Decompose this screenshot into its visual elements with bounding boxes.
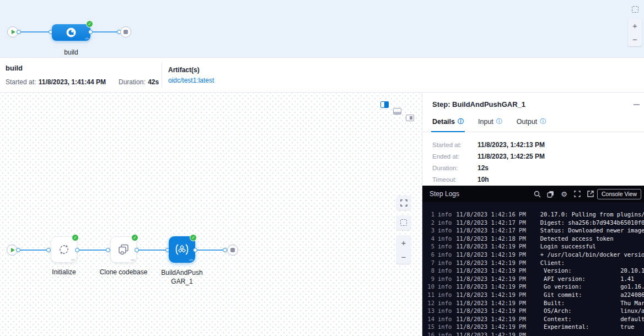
log-timestamp: 11/8/2023 1:42:19 PM: [456, 315, 525, 323]
code-glyph-icon: </>: [131, 258, 135, 262]
graph-link: [79, 250, 107, 251]
copy-logs-button[interactable]: [544, 188, 557, 200]
tab-label: Input: [478, 118, 493, 126]
step-panel-title: Step: BuildAndPushGAR_1: [432, 100, 525, 109]
log-message: OS/Arch: linux/amd64: [540, 307, 644, 315]
ci-stage-icon: [66, 27, 77, 38]
artifact-link[interactable]: oidc/test1:latest: [168, 77, 214, 84]
log-line-number: 9: [426, 275, 434, 283]
selection-mode-button[interactable]: [629, 3, 641, 15]
log-level: info: [438, 331, 452, 336]
selection-mode-button[interactable]: [396, 215, 411, 230]
info-icon: ⓘ: [540, 118, 546, 124]
log-line-number: 10: [426, 283, 434, 291]
zoom-in-button[interactable]: +: [396, 235, 411, 250]
fullscreen-icon: [400, 199, 407, 207]
zoom-in-button[interactable]: +: [628, 19, 642, 32]
dashed-square-icon: [400, 219, 407, 226]
execution-graph-canvas[interactable]: ✓ </> ✓ </> ✓ </> Initialize Clone codeb…: [0, 93, 422, 336]
stage-node-build[interactable]: ✓ </>: [52, 24, 90, 41]
detail-value: 11/8/2023, 1:42:25 PM: [477, 153, 545, 160]
minimize-panel-button[interactable]: [634, 104, 640, 105]
step-logs-body[interactable]: 1 info 11/8/2023 1:42:16 PM 20.17.0: Pul…: [422, 202, 644, 336]
log-line: 12 info 11/8/2023 1:42:19 PM Built: Thu …: [426, 299, 644, 307]
detail-label: Started at:: [432, 142, 477, 148]
zoom-control: + −: [396, 235, 411, 264]
gar-plugin-icon: [174, 242, 190, 257]
link-port: [106, 248, 110, 252]
expand-logs-button[interactable]: [571, 188, 584, 200]
log-timestamp: 11/8/2023 1:42:19 PM: [456, 242, 525, 251]
tab-details[interactable]: Details ⓘ: [432, 116, 464, 132]
zoom-out-button[interactable]: −: [396, 250, 411, 264]
stop-icon: [230, 248, 235, 252]
log-level: info: [438, 226, 452, 235]
log-level: info: [438, 291, 452, 299]
detail-value: 12s: [477, 164, 489, 172]
log-level: info: [438, 210, 452, 219]
detail-label: Duration:: [432, 165, 477, 171]
success-badge: ✓: [131, 234, 138, 241]
log-message: Version: 20.10.14: [540, 267, 644, 275]
search-logs-button[interactable]: [531, 188, 544, 200]
log-level: info: [438, 307, 452, 315]
stop-icon: [124, 30, 128, 34]
log-timestamp: 11/8/2023 1:42:16 PM: [456, 210, 525, 219]
graph-link: [197, 250, 224, 251]
step-node-initialize[interactable]: ✓ </>: [51, 236, 77, 263]
layout-right-button[interactable]: [406, 115, 414, 121]
log-line: 9 info 11/8/2023 1:42:19 PM API version:…: [426, 275, 644, 283]
step-logs-header: Step Logs ⚙: [422, 186, 644, 202]
layout-fill: [410, 116, 412, 120]
zoom-out-button[interactable]: −: [628, 32, 642, 46]
log-message: + /usr/local/bin/docker version: [540, 251, 644, 259]
success-badge: ✓: [86, 20, 93, 28]
log-message: 20.17.0: Pulling from plugins/gar: [540, 210, 644, 219]
step-logs-panel: Step Logs ⚙: [422, 186, 644, 336]
tab-output[interactable]: Output ⓘ: [517, 116, 546, 132]
log-timestamp: 11/8/2023 1:42:19 PM: [456, 291, 525, 299]
log-message: Status: Downloaded newer image for p: [540, 226, 644, 235]
divider: [162, 63, 162, 87]
pipeline-end-node[interactable]: [120, 26, 131, 37]
log-timestamp: 11/8/2023 1:42:19 PM: [456, 275, 525, 283]
log-level: info: [438, 251, 452, 259]
log-line-number: 13: [426, 307, 434, 315]
graph-end-node[interactable]: [227, 245, 238, 256]
console-view-button[interactable]: Console View: [597, 189, 641, 199]
step-node-clone-codebase[interactable]: ✓ </>: [110, 236, 137, 263]
log-level: info: [438, 283, 452, 291]
fit-to-screen-button[interactable]: [396, 196, 411, 210]
fullscreen-icon: [574, 191, 581, 197]
log-line-number: 16: [426, 331, 434, 336]
log-message: Go version: go1.16.15: [540, 283, 644, 291]
layout-right-split-button[interactable]: [380, 101, 389, 108]
log-message: Login successful: [540, 242, 596, 251]
log-message: Built: Thu Mar 24 01:45: [540, 299, 644, 307]
log-level: info: [438, 219, 452, 227]
log-line: 14 info 11/8/2023 1:42:19 PM Context: de…: [426, 315, 644, 323]
pipeline-stage-band: ✓ </> build + −: [0, 0, 644, 58]
log-line: 6 info 11/8/2023 1:42:19 PM + /usr/local…: [426, 251, 644, 259]
open-logs-external-button[interactable]: [584, 188, 597, 200]
log-line: 8 info 11/8/2023 1:42:19 PM Version: 20.…: [426, 267, 644, 275]
detail-row: Started at: 11/8/2023, 1:42:13 PM: [432, 139, 545, 150]
log-level: info: [438, 315, 452, 323]
tab-input[interactable]: Input ⓘ: [478, 116, 502, 132]
log-message: Digest: sha256:b7d9434b65010f038f8ec: [540, 219, 644, 227]
step-label-buildandpushgar: BuildAndPushGAR_1: [159, 268, 205, 286]
link-port: [223, 248, 227, 252]
log-line: 5 info 11/8/2023 1:42:19 PM Login succes…: [426, 242, 644, 251]
link-port: [135, 248, 139, 252]
log-level: info: [438, 267, 452, 275]
layout-bottom-button[interactable]: [393, 108, 401, 115]
log-message: Context: default: [540, 315, 644, 323]
log-line: 13 info 11/8/2023 1:42:19 PM OS/Arch: li…: [426, 307, 644, 315]
info-icon: ⓘ: [496, 118, 502, 124]
log-settings-button[interactable]: ⚙: [557, 188, 571, 200]
log-message: Client:: [540, 259, 565, 267]
step-node-buildandpushgar[interactable]: ✓ </>: [169, 236, 195, 263]
log-line: 2 info 11/8/2023 1:42:17 PM Digest: sha2…: [426, 219, 644, 227]
link-port: [17, 30, 21, 34]
log-line: 4 info 11/8/2023 1:42:18 PM Detected acc…: [426, 235, 644, 243]
